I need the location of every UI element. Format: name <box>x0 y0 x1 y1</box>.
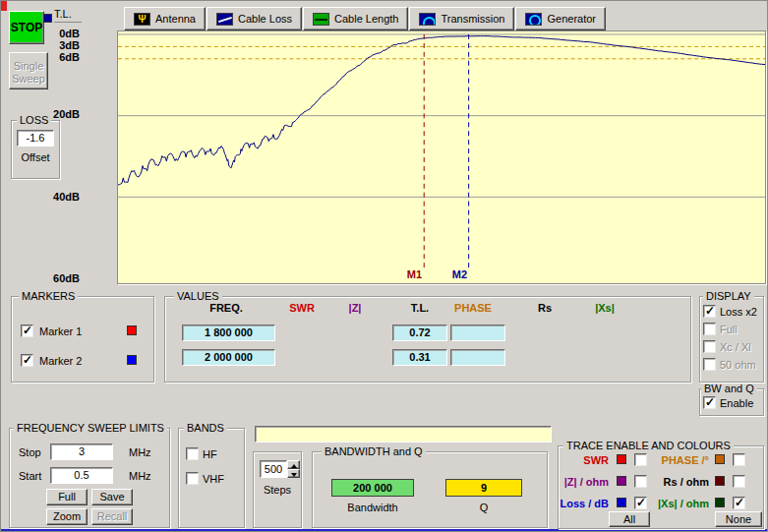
loss-trace-checkbox[interactable] <box>634 497 647 509</box>
bwq-enable-label: Enable <box>720 397 753 409</box>
xs-color-swatch[interactable] <box>715 498 725 507</box>
phase-trace-checkbox[interactable] <box>733 453 745 466</box>
z-color-swatch[interactable] <box>617 476 626 486</box>
values-group-title: VALUES <box>174 291 222 302</box>
phase-color-swatch[interactable] <box>715 454 725 464</box>
save-button[interactable]: Save <box>91 489 133 505</box>
offset-button[interactable]: Offset <box>13 151 58 163</box>
z-trace-checkbox[interactable] <box>634 475 647 488</box>
transmission-button[interactable]: Transmission <box>409 7 514 30</box>
col-header-tl: T.L. <box>411 302 429 314</box>
down-arrow-icon <box>291 473 297 477</box>
zoom-button[interactable]: Zoom <box>46 508 88 525</box>
start-freq-field[interactable]: 0.5 <box>50 467 113 484</box>
xs-trace-checkbox[interactable] <box>733 497 745 509</box>
loss-x2-checkbox[interactable] <box>703 305 716 318</box>
vhf-checkbox[interactable] <box>186 472 199 485</box>
col-header-swr: SWR <box>289 302 315 314</box>
stop-freq-field[interactable]: 3 <box>50 443 113 460</box>
marker2-checkbox[interactable] <box>21 354 33 367</box>
rs-color-swatch[interactable] <box>715 476 725 486</box>
marker1-color-swatch[interactable] <box>127 325 137 335</box>
bwq-enable-checkbox[interactable] <box>703 396 716 409</box>
col-header-rs: Rs <box>538 302 552 314</box>
marker2-color-swatch[interactable] <box>127 355 137 365</box>
generator-label: Generator <box>547 13 596 25</box>
z-trace-label: |Z| / ohm <box>558 476 609 488</box>
bandwidth-label: Bandwidth <box>331 502 414 513</box>
axis-label-0db: 0dB <box>34 28 80 39</box>
swr-trace-checkbox[interactable] <box>634 453 647 466</box>
marker1-tl-field: 0.72 <box>392 325 447 341</box>
generator-button[interactable]: Generator <box>515 7 606 30</box>
loss-x2-label: Loss x2 <box>720 306 757 318</box>
cable-loss-icon <box>216 13 233 26</box>
axis-label-3db: 3dB <box>34 39 80 51</box>
marker1-freq-field[interactable]: 1 800 000 <box>182 325 275 341</box>
steps-label: Steps <box>253 484 302 496</box>
cable-loss-label: Cable Loss <box>238 13 292 25</box>
vhf-label: VHF <box>203 473 224 485</box>
marker2-label: Marker 2 <box>39 355 82 367</box>
transmission-icon <box>419 13 436 26</box>
rs-trace-checkbox[interactable] <box>733 475 745 488</box>
col-header-z: |Z| <box>349 302 362 314</box>
loss-group-title: LOSS <box>17 115 51 126</box>
axis-label-60db: 60dB <box>34 272 80 284</box>
col-header-phase: PHASE <box>454 302 492 314</box>
marker-m1-label[interactable]: M1 <box>400 268 422 280</box>
transmission-label: Transmission <box>441 13 504 25</box>
fifty-ohm-label: 50 ohm <box>720 359 756 371</box>
cable-length-button[interactable]: Cable Length <box>303 7 408 30</box>
marker1-checkbox[interactable] <box>21 325 33 337</box>
stop-freq-unit: MHz <box>129 446 151 458</box>
marker2-freq-field[interactable]: 2 000 000 <box>182 349 275 366</box>
bandwidth-group-title: BANDWIDTH and Q <box>322 446 426 457</box>
tl-scale-title: T.L. <box>54 8 82 23</box>
q-label: Q <box>445 502 522 513</box>
col-header-xs: |Xs| <box>595 302 615 314</box>
bandwidth-value: 200 000 <box>331 479 414 497</box>
full-span-button[interactable]: Full <box>46 489 88 505</box>
cable-loss-button[interactable]: Cable Loss <box>207 7 302 30</box>
trace-group-title: TRACE ENABLE AND COLOURS <box>563 441 734 451</box>
marker1-phase-field <box>450 325 505 341</box>
generator-icon <box>525 13 542 26</box>
marker-m2-label[interactable]: M2 <box>445 268 467 280</box>
marker2-tl-field: 0.31 <box>392 349 447 366</box>
axis-label-40db: 40dB <box>34 191 80 203</box>
app-window: STOP T.L. Single Sweep 0dB 3dB 6dB 20dB … <box>0 0 768 532</box>
loss-group <box>11 120 60 179</box>
chart-area[interactable] <box>117 30 766 284</box>
swr-color-swatch[interactable] <box>617 454 626 464</box>
marker2-phase-field <box>450 349 505 366</box>
loss-offset-field[interactable]: -1.6 <box>17 130 54 147</box>
steps-field[interactable]: 500 <box>260 460 287 478</box>
full-display-label: Full <box>720 324 738 335</box>
no-traces-button[interactable]: None <box>715 511 762 527</box>
phase-trace-label: PHASE /° <box>648 454 709 466</box>
xc-xl-checkbox <box>703 340 716 353</box>
steps-down-button[interactable] <box>287 469 300 478</box>
chart-svg <box>118 31 765 283</box>
steps-up-button[interactable] <box>287 460 300 469</box>
loss-trace-label: Loss / dB <box>558 498 609 509</box>
q-value: 9 <box>445 479 522 497</box>
axis-label-6db: 6dB <box>34 51 80 63</box>
start-freq-unit: MHz <box>129 470 151 482</box>
bands-group-title: BANDS <box>184 423 227 434</box>
display-group-title: DISPLAY <box>703 291 754 302</box>
start-freq-label: Start <box>19 470 41 482</box>
steps-spinner <box>287 460 300 478</box>
markers-group-title: MARKERS <box>19 291 78 302</box>
markers-group <box>11 296 154 383</box>
marker1-label: Marker 1 <box>39 325 82 337</box>
all-traces-button[interactable]: All <box>609 511 650 527</box>
cable-length-icon <box>313 13 329 26</box>
cable-length-label: Cable Length <box>334 13 398 25</box>
antenna-button[interactable]: Antenna <box>124 7 206 30</box>
loss-color-swatch[interactable] <box>617 498 626 507</box>
up-arrow-icon <box>291 464 297 468</box>
bw-and-q-group-title: BW and Q <box>701 384 757 394</box>
hf-checkbox[interactable] <box>186 447 199 460</box>
